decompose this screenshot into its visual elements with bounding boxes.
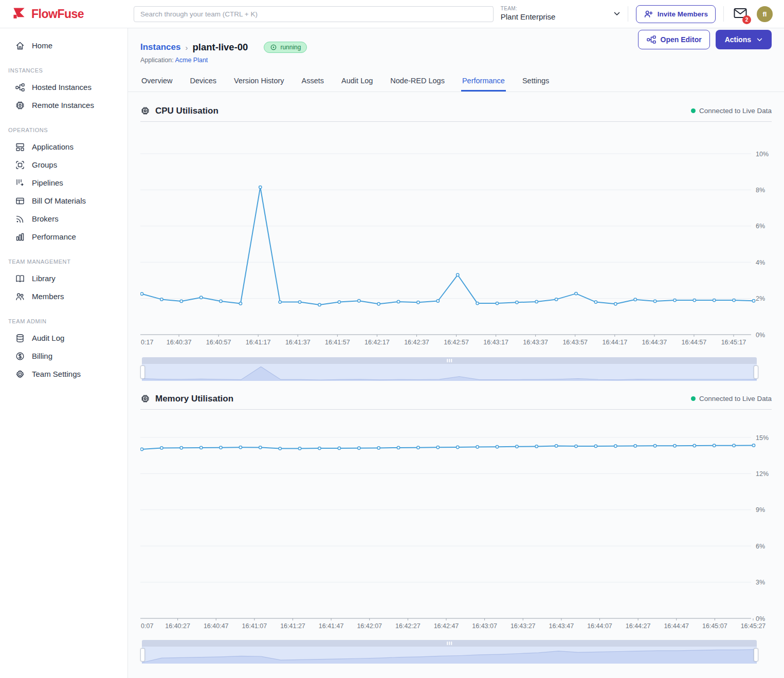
invite-members-button[interactable]: Invite Members: [636, 5, 716, 23]
svg-text:16:44:07: 16:44:07: [587, 622, 612, 630]
svg-text:0%: 0%: [756, 332, 765, 339]
notifications-button[interactable]: 2: [734, 8, 747, 21]
sidebar-item-label: Pipelines: [32, 178, 63, 187]
application-link[interactable]: Acme Plant: [175, 57, 208, 64]
sidebar-section-operations: OPERATIONS: [0, 127, 127, 133]
sidebar-item-home[interactable]: Home: [0, 36, 127, 54]
window-stack-icon: [15, 142, 25, 152]
sidebar-section-instances: INSTANCES: [0, 67, 127, 74]
svg-text:16:42:47: 16:42:47: [434, 622, 459, 630]
application-label: Application:: [140, 57, 174, 64]
cpu-chart-range-selector[interactable]: [142, 357, 757, 381]
svg-text:0%: 0%: [756, 615, 765, 622]
user-plus-icon: [644, 9, 653, 19]
team-selector[interactable]: TEAM: Plant Enterprise: [501, 6, 620, 22]
pipeline-bars-icon: [15, 178, 25, 188]
page-title: plant-live-00: [192, 42, 248, 53]
tab-overview[interactable]: Overview: [140, 72, 173, 91]
tab-node-red-logs[interactable]: Node-RED Logs: [389, 72, 446, 91]
cpu-brush-track[interactable]: [142, 357, 757, 364]
memory-brush-handle-left[interactable]: [140, 648, 145, 662]
memory-chart-range-selector[interactable]: [142, 640, 757, 664]
svg-text:16:43:27: 16:43:27: [510, 622, 536, 630]
svg-text:16:43:07: 16:43:07: [472, 622, 497, 630]
sidebar-item-remote-instances[interactable]: Remote Instances: [0, 96, 127, 114]
avatar[interactable]: fl: [757, 6, 773, 22]
tab-devices[interactable]: Devices: [189, 72, 217, 91]
breadcrumb-instances-link[interactable]: Instances: [140, 42, 180, 52]
team-label: TEAM:: [501, 6, 556, 12]
status-badge-label: running: [280, 44, 301, 51]
breadcrumb-separator: ›: [185, 43, 188, 52]
sidebar-item-label: Billing: [32, 352, 52, 360]
svg-text:8%: 8%: [756, 187, 765, 194]
svg-text:16:43:57: 16:43:57: [562, 339, 588, 346]
svg-text:16:43:17: 16:43:17: [483, 339, 508, 346]
svg-text:16:44:27: 16:44:27: [626, 622, 651, 630]
sidebar-item-groups[interactable]: Groups: [0, 156, 127, 174]
bar-chart-icon: [15, 232, 25, 242]
memory-brush-track[interactable]: [142, 640, 757, 647]
gear-icon: [15, 369, 25, 379]
tab-performance[interactable]: Performance: [461, 72, 506, 91]
sidebar-item-applications[interactable]: Applications: [0, 138, 127, 156]
play-circle-icon: [270, 44, 277, 51]
actions-button[interactable]: Actions: [716, 30, 772, 49]
svg-text:2%: 2%: [756, 295, 765, 302]
sidebar-item-label: Home: [32, 41, 52, 50]
memory-brush-handle-right[interactable]: [754, 648, 758, 662]
sidebar-item-label: Bill Of Materials: [32, 196, 86, 205]
sidebar-section-team-management: TEAM MANAGEMENT: [0, 259, 127, 265]
node-tree-icon: [15, 82, 25, 93]
topbar: FlowFuse TEAM: Plant Enterprise Invite M…: [0, 0, 784, 28]
cpu-brush-handle-right[interactable]: [754, 365, 758, 379]
search-input[interactable]: [134, 6, 494, 22]
svg-text:6%: 6%: [756, 223, 765, 230]
status-badge: running: [264, 42, 307, 53]
topbar-divider: [723, 6, 724, 22]
open-editor-button[interactable]: Open Editor: [638, 30, 710, 49]
sidebar-item-hosted-instances[interactable]: Hosted Instances: [0, 78, 127, 96]
svg-text:12%: 12%: [756, 470, 769, 478]
memory-brush-preview[interactable]: [142, 647, 757, 664]
cpu-chart-title-label: CPU Utilisation: [155, 106, 218, 116]
instance-header: Instances › plant-live-00 running Applic…: [128, 28, 784, 92]
tab-version-history[interactable]: Version History: [233, 72, 285, 91]
memory-utilisation-chart: 0%3%6%9%12%15%0:0716:40:2716:40:4716:41:…: [140, 410, 774, 636]
sidebar-item-performance[interactable]: Performance: [0, 228, 127, 246]
svg-text:0:07: 0:07: [141, 622, 153, 630]
sidebar-item-label: Hosted Instances: [32, 83, 92, 91]
sidebar-item-pipelines[interactable]: Pipelines: [0, 174, 127, 192]
chip-icon: [15, 100, 25, 111]
flowfuse-logo[interactable]: FlowFuse: [11, 6, 84, 22]
topbar-divider: [628, 6, 628, 22]
brush-grip-icon[interactable]: [447, 642, 452, 645]
chip-frame-icon: [15, 160, 25, 170]
flowfuse-logo-text: FlowFuse: [31, 7, 84, 21]
svg-text:15%: 15%: [756, 434, 769, 442]
tab-audit-log[interactable]: Audit Log: [340, 72, 374, 91]
sidebar-item-team-settings[interactable]: Team Settings: [0, 365, 127, 383]
svg-text:16:42:07: 16:42:07: [357, 622, 382, 630]
sidebar-item-members[interactable]: Members: [0, 287, 127, 305]
sidebar-item-audit-log[interactable]: Audit Log: [0, 329, 127, 347]
svg-text:16:44:57: 16:44:57: [682, 339, 707, 346]
svg-text:16:42:57: 16:42:57: [444, 339, 469, 346]
tab-assets[interactable]: Assets: [301, 72, 325, 91]
sidebar-item-bill-of-materials[interactable]: Bill Of Materials: [0, 192, 127, 210]
cpu-brush-handle-left[interactable]: [140, 365, 145, 379]
sidebar-item-library[interactable]: Library: [0, 269, 127, 287]
cpu-brush-preview[interactable]: [142, 364, 757, 381]
sidebar-item-billing[interactable]: Billing: [0, 347, 127, 365]
main-content: Instances › plant-live-00 running Applic…: [128, 28, 784, 678]
svg-text:9%: 9%: [756, 506, 765, 514]
invite-members-label: Invite Members: [658, 10, 708, 18]
live-dot-icon: [691, 396, 696, 401]
sidebar-item-brokers[interactable]: Brokers: [0, 210, 127, 228]
brush-grip-icon[interactable]: [447, 359, 452, 362]
users-icon: [15, 291, 25, 302]
svg-text:16:43:47: 16:43:47: [549, 622, 574, 630]
svg-text:0:17: 0:17: [141, 339, 153, 346]
svg-text:16:42:17: 16:42:17: [364, 339, 390, 346]
tab-settings[interactable]: Settings: [521, 72, 550, 91]
